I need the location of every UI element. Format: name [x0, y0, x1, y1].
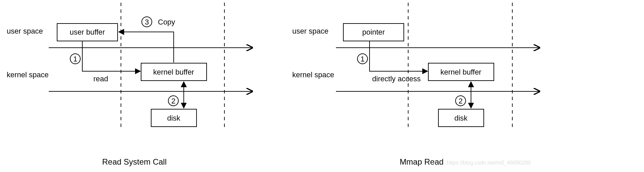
left-kernel-buffer-box: kernel buffer — [141, 63, 207, 81]
watermark-text: https://blog.csdn.net/m0_46690280 — [447, 160, 531, 166]
left-step2-num: 2 — [171, 97, 175, 105]
right-kernel-space-label: kernel space — [292, 71, 334, 79]
diagram-canvas: user space kernel space user buffer kern… — [0, 0, 644, 172]
right-disk-label: disk — [454, 114, 468, 122]
right-caption: Mmap Read — [400, 157, 444, 166]
left-step2-arrow: 2 — [168, 82, 184, 108]
right-disk-box: disk — [438, 109, 484, 127]
left-disk-label: disk — [167, 114, 180, 122]
left-user-buffer-label: user buffer — [70, 28, 105, 36]
right-user-space-label: user space — [292, 27, 329, 35]
left-step3-arrow: 3 Copy — [119, 17, 175, 62]
right-step2-arrow: 2 — [456, 82, 471, 108]
left-step3-num: 3 — [145, 18, 149, 26]
left-caption: Read System Call — [102, 157, 167, 166]
left-diagram: user space kernel space user buffer kern… — [7, 3, 252, 166]
right-step2-num: 2 — [459, 97, 463, 105]
left-step1-arrow: 1 read — [70, 41, 140, 83]
right-pointer-box: pointer — [343, 24, 404, 41]
right-step1-label: directly access — [372, 75, 421, 83]
left-step3-label: Copy — [158, 18, 175, 26]
right-kernel-buffer-box: kernel buffer — [428, 63, 494, 81]
left-step1-num: 1 — [73, 55, 77, 63]
left-user-buffer-box: user buffer — [57, 24, 118, 41]
left-user-space-label: user space — [7, 27, 43, 35]
right-diagram: user space kernel space pointer kernel b… — [292, 3, 539, 166]
right-pointer-label: pointer — [362, 28, 385, 36]
left-kernel-space-label: kernel space — [7, 71, 49, 79]
right-step1-arrow: 1 directly access — [357, 41, 428, 83]
right-step1-num: 1 — [360, 55, 364, 63]
left-kernel-buffer-label: kernel buffer — [153, 68, 194, 76]
right-kernel-buffer-label: kernel buffer — [440, 68, 481, 76]
left-disk-box: disk — [151, 109, 197, 127]
left-step1-label: read — [93, 75, 108, 83]
